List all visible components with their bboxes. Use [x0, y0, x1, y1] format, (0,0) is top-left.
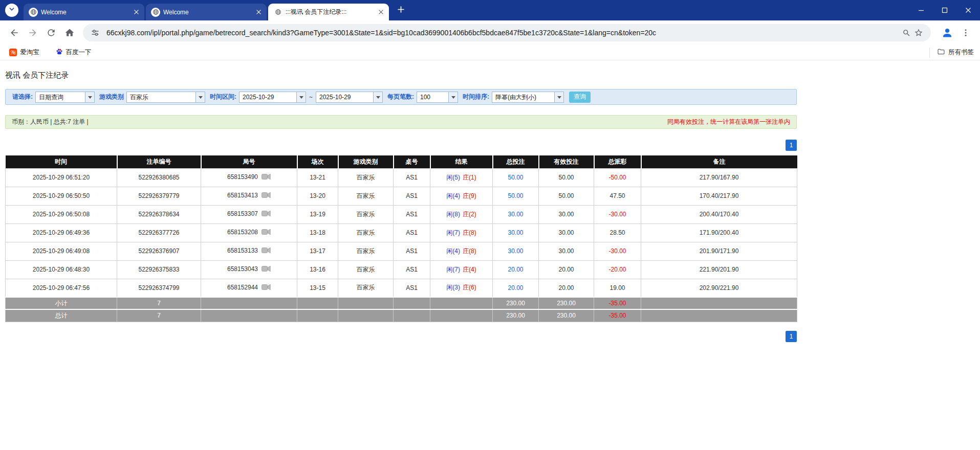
- cell-payout: 19.00: [594, 279, 641, 297]
- maximize-button[interactable]: [933, 0, 956, 20]
- zoom-icon[interactable]: [900, 27, 912, 39]
- cell-session: 13-21: [297, 168, 338, 187]
- video-icon[interactable]: [262, 284, 271, 292]
- bookmark-label: 百度一下: [66, 48, 92, 57]
- home-button[interactable]: [60, 24, 79, 42]
- round-number: 658153413: [227, 192, 258, 199]
- cell-valid-bet: 30.00: [539, 205, 594, 223]
- filter-bar: 请选择: 日期查询 游戏类别 百家乐 时间区间: 2025-10-29 ~ 20…: [5, 89, 797, 105]
- sort-order-select[interactable]: 降幂(由大到小): [492, 92, 564, 103]
- search-button[interactable]: 查询: [569, 92, 591, 103]
- column-header-game-type: 游戏类别: [338, 155, 394, 168]
- cell-result: 闲(4)庄(8): [430, 242, 493, 260]
- bookmark-star-icon[interactable]: [912, 27, 925, 39]
- url-text[interactable]: 66cxkj98.com/ipl/portal.php/game/betreco…: [106, 29, 895, 37]
- result-banker: 庄(2): [463, 211, 476, 218]
- cell-total-bet[interactable]: 30.00: [493, 242, 539, 260]
- cell-time: 2025-10-29 06:50:08: [6, 205, 117, 223]
- video-icon[interactable]: [262, 229, 271, 237]
- cell-result: 闲(3)庄(6): [430, 279, 493, 297]
- result-banker: 庄(9): [463, 192, 476, 199]
- minimize-button[interactable]: [909, 0, 933, 20]
- video-icon[interactable]: [262, 192, 271, 200]
- bet-records-table: 时间 注单编号 局号 场次 游戏类别 桌号 结果 总投注 有效投注 总派彩 备注…: [5, 155, 797, 322]
- globe-icon: [151, 8, 160, 17]
- pagination-page-1[interactable]: 1: [786, 140, 797, 151]
- total-valid-bet: 230.00: [539, 309, 594, 322]
- chevron-down-icon[interactable]: [85, 92, 94, 102]
- tab-bet-records[interactable]: :::视讯 会员下注纪录:::: [268, 4, 389, 20]
- cell-bet-no: 522926375833: [117, 260, 201, 279]
- subtotal-label: 小计: [6, 297, 117, 309]
- new-tab-button[interactable]: [394, 3, 408, 17]
- cell-valid-bet: 30.00: [539, 242, 594, 260]
- cell-game-type: 百家乐: [338, 205, 394, 223]
- tab-welcome-2[interactable]: Welcome: [146, 4, 267, 20]
- cell-session: 13-15: [297, 279, 338, 297]
- column-header-total-bet: 总投注: [493, 155, 539, 168]
- forward-button[interactable]: [24, 24, 42, 42]
- date-to-select[interactable]: 2025-10-29: [316, 92, 383, 103]
- tab-close-icon[interactable]: [132, 8, 140, 16]
- tab-title: Welcome: [41, 9, 129, 16]
- cell-total-bet[interactable]: 20.00: [493, 260, 539, 279]
- cell-total-bet[interactable]: 50.00: [493, 168, 539, 187]
- tab-close-icon[interactable]: [254, 8, 263, 16]
- cell-time: 2025-10-29 06:49:36: [6, 223, 117, 242]
- cell-total-bet[interactable]: 30.00: [493, 205, 539, 223]
- profile-avatar[interactable]: [938, 24, 956, 42]
- video-icon[interactable]: [262, 210, 271, 218]
- cell-payout: -30.00: [594, 205, 641, 223]
- cell-valid-bet: 20.00: [539, 279, 594, 297]
- tab-title: :::视讯 会员下注纪录:::: [286, 8, 374, 16]
- cell-total-bet[interactable]: 30.00: [493, 223, 539, 242]
- round-number: 658153490: [227, 173, 258, 181]
- page-size-select[interactable]: 100: [417, 92, 458, 103]
- tab-welcome-1[interactable]: Welcome: [24, 4, 144, 20]
- cell-total-bet[interactable]: 50.00: [493, 187, 539, 205]
- cell-note: 200.40/170.40: [641, 205, 797, 223]
- cell-time: 2025-10-29 06:51:20: [6, 168, 117, 187]
- tab-close-icon[interactable]: [377, 8, 385, 16]
- tab-search-button[interactable]: [5, 4, 18, 17]
- chevron-down-icon[interactable]: [373, 92, 382, 102]
- video-icon[interactable]: [262, 173, 271, 182]
- bookmark-aitaobao[interactable]: 淘 爱淘宝: [6, 47, 42, 58]
- chevron-down-icon[interactable]: [195, 92, 205, 102]
- video-icon[interactable]: [262, 247, 271, 255]
- cell-table-no: AS1: [394, 260, 430, 279]
- column-header-payout: 总派彩: [594, 155, 641, 168]
- query-type-select[interactable]: 日期查询: [35, 92, 95, 103]
- chevron-down-icon[interactable]: [554, 92, 563, 102]
- game-type-select[interactable]: 百家乐: [126, 92, 205, 103]
- close-window-button[interactable]: [956, 0, 980, 20]
- cell-total-bet[interactable]: 20.00: [493, 279, 539, 297]
- site-info-icon[interactable]: [89, 27, 101, 39]
- bookmarks-bar: 淘 爱淘宝 百度一下 所有书签: [0, 45, 980, 60]
- reload-button[interactable]: [42, 24, 60, 42]
- bookmark-baidu[interactable]: 百度一下: [53, 47, 95, 58]
- table-row: 2025-10-29 06:47:56 522926374799 6581529…: [6, 279, 797, 297]
- chevron-down-icon[interactable]: [296, 92, 306, 102]
- result-player: 闲(7): [446, 266, 460, 273]
- currency-summary: 币别：人民币 | 总共:7 注单 |: [12, 118, 89, 126]
- back-button[interactable]: [5, 24, 24, 42]
- globe-icon: [29, 8, 38, 17]
- menu-icon[interactable]: [956, 24, 975, 42]
- bookmark-label: 爱淘宝: [20, 48, 39, 57]
- table-row: 2025-10-29 06:49:36 522926377726 6581532…: [6, 223, 797, 242]
- video-icon[interactable]: [262, 265, 271, 274]
- plus-icon: [398, 6, 404, 15]
- address-bar[interactable]: 66cxkj98.com/ipl/portal.php/game/betreco…: [83, 24, 931, 41]
- all-bookmarks-button[interactable]: 所有书签: [929, 48, 974, 58]
- date-from-select[interactable]: 2025-10-29: [239, 92, 306, 103]
- pagination-page-1[interactable]: 1: [786, 331, 797, 342]
- cell-bet-no: 522926374799: [117, 279, 201, 297]
- pagination-top: 1: [5, 140, 797, 151]
- chevron-down-icon[interactable]: [448, 92, 458, 102]
- cell-result: 闲(8)庄(2): [430, 205, 493, 223]
- cell-bet-no: 522926377726: [117, 223, 201, 242]
- result-player: 闲(4): [446, 192, 460, 199]
- browser-toolbar: 66cxkj98.com/ipl/portal.php/game/betreco…: [0, 20, 980, 45]
- total-total-bet: 230.00: [493, 309, 539, 322]
